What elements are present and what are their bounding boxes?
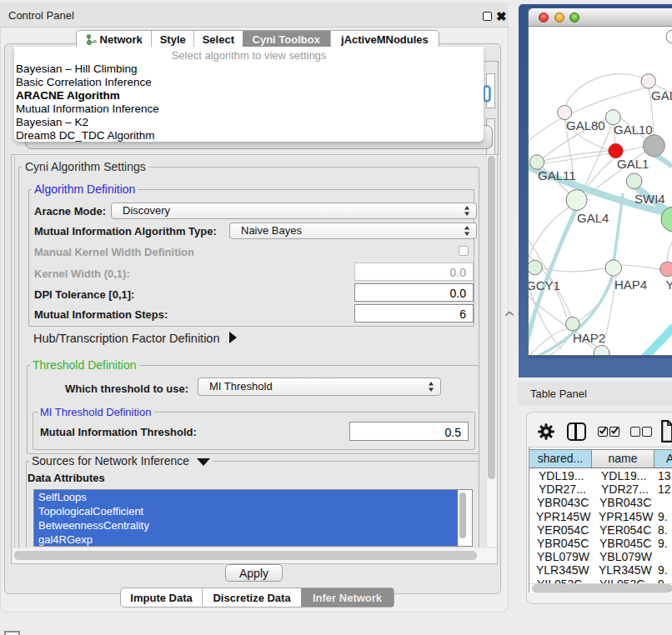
svg-text:HAP2: HAP2 [573,331,605,345]
svg-text:GAL11: GAL11 [538,168,576,182]
svg-text:HAP4: HAP4 [614,278,647,292]
svg-text:GAL: GAL [651,88,672,102]
svg-text:GCY1: GCY1 [529,278,560,292]
svg-text:GAL80: GAL80 [566,118,605,132]
svg-text:Y: Y [666,278,672,292]
svg-text:GAL1: GAL1 [617,157,649,171]
svg-text:GAL10: GAL10 [614,122,653,137]
svg-text:SWI4: SWI4 [634,192,665,206]
svg-text:GAL4: GAL4 [577,211,609,225]
